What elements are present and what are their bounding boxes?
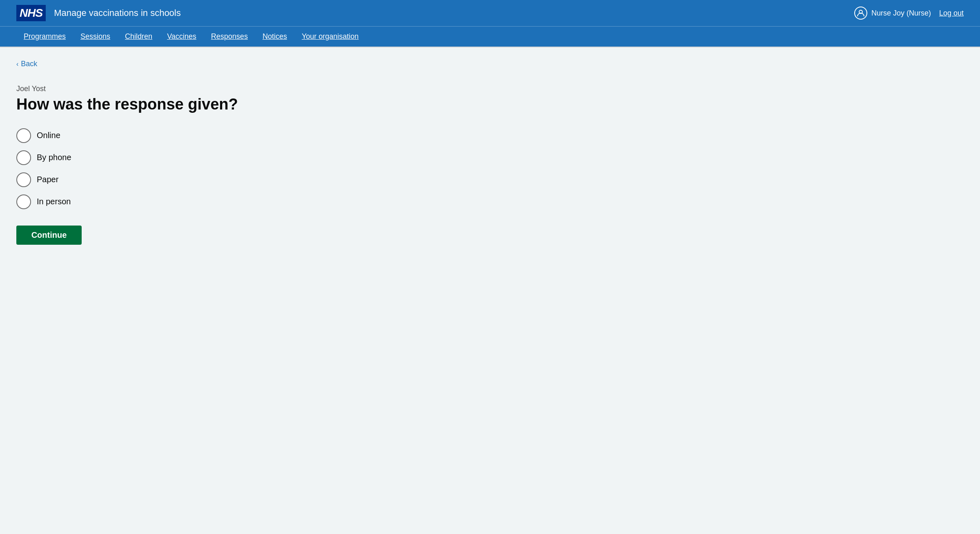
radio-option-in-person[interactable]: In person xyxy=(16,194,351,209)
continue-button[interactable]: Continue xyxy=(16,226,82,245)
radio-option-paper[interactable]: Paper xyxy=(16,172,351,187)
site-header: NHS Manage vaccinations in schools Nurse… xyxy=(0,0,980,26)
nhs-logo: NHS xyxy=(16,5,46,21)
back-chevron-icon: ‹ xyxy=(16,60,18,68)
response-form: Online By phone Paper In person Continue xyxy=(16,128,351,245)
nav-item-notices[interactable]: Notices xyxy=(255,27,294,47)
radio-label-paper: Paper xyxy=(37,175,58,184)
nav-item-sessions[interactable]: Sessions xyxy=(73,27,118,47)
nav-link-sessions[interactable]: Sessions xyxy=(73,27,118,47)
nav-link-children[interactable]: Children xyxy=(118,27,160,47)
nav-link-notices[interactable]: Notices xyxy=(255,27,294,47)
main-nav: Programmes Sessions Children Vaccines Re… xyxy=(0,26,980,47)
radio-input-by-phone[interactable] xyxy=(16,150,31,165)
nav-item-programmes[interactable]: Programmes xyxy=(16,27,73,47)
user-info: Nurse Joy (Nurse) xyxy=(854,7,931,20)
nav-item-responses[interactable]: Responses xyxy=(204,27,255,47)
radio-input-online[interactable] xyxy=(16,128,31,143)
header-right: Nurse Joy (Nurse) Log out xyxy=(854,7,964,20)
radio-label-in-person: In person xyxy=(37,197,71,206)
nav-item-vaccines[interactable]: Vaccines xyxy=(160,27,204,47)
patient-name: Joel Yost xyxy=(16,85,351,93)
radio-label-by-phone: By phone xyxy=(37,153,71,162)
radio-option-online[interactable]: Online xyxy=(16,128,351,143)
header-left: NHS Manage vaccinations in schools xyxy=(16,5,181,21)
radio-group: Online By phone Paper In person xyxy=(16,128,351,209)
user-name: Nurse Joy (Nurse) xyxy=(871,9,931,18)
nav-list: Programmes Sessions Children Vaccines Re… xyxy=(16,27,964,47)
nhs-logo-text: NHS xyxy=(20,7,42,20)
back-label: Back xyxy=(21,60,37,68)
nav-item-your-organisation[interactable]: Your organisation xyxy=(294,27,366,47)
radio-label-online: Online xyxy=(37,131,60,140)
main-content: ‹ Back Joel Yost How was the response gi… xyxy=(0,47,368,257)
radio-input-paper[interactable] xyxy=(16,172,31,187)
nav-link-vaccines[interactable]: Vaccines xyxy=(160,27,204,47)
nav-link-responses[interactable]: Responses xyxy=(204,27,255,47)
app-title: Manage vaccinations in schools xyxy=(54,8,181,18)
nav-link-your-organisation[interactable]: Your organisation xyxy=(294,27,366,47)
logout-button[interactable]: Log out xyxy=(939,9,964,18)
radio-input-in-person[interactable] xyxy=(16,194,31,209)
page-heading: How was the response given? xyxy=(16,96,351,114)
back-link[interactable]: ‹ Back xyxy=(16,60,351,68)
nav-item-children[interactable]: Children xyxy=(118,27,160,47)
nav-link-programmes[interactable]: Programmes xyxy=(16,27,73,47)
radio-option-by-phone[interactable]: By phone xyxy=(16,150,351,165)
user-icon xyxy=(854,7,867,20)
